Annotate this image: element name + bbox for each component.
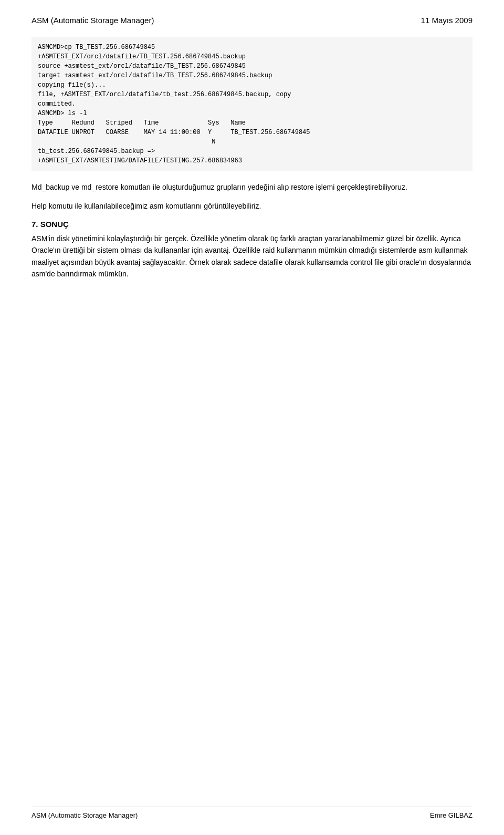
section-para1: ASM'in disk yönetimini kolaylaştırdığı b… bbox=[32, 233, 472, 280]
header-date: 11 Mayıs 2009 bbox=[421, 16, 472, 25]
section-heading: 7. SONUÇ bbox=[32, 220, 472, 229]
page-header: ASM (Automatic Storage Manager) 11 Mayıs… bbox=[32, 16, 472, 25]
page: ASM (Automatic Storage Manager) 11 Mayıs… bbox=[0, 0, 504, 835]
footer-right-text: Emre GILBAZ bbox=[430, 811, 472, 819]
section-7: 7. SONUÇ ASM'in disk yönetimini kolaylaş… bbox=[32, 220, 472, 280]
paragraph-help: Help komutu ile kullanılabileceğimiz asm… bbox=[32, 200, 472, 212]
page-footer: ASM (Automatic Storage Manager) Emre GIL… bbox=[32, 807, 472, 819]
header-title: ASM (Automatic Storage Manager) bbox=[32, 16, 154, 25]
footer-left-text: ASM (Automatic Storage Manager) bbox=[32, 811, 138, 819]
paragraph-md-backup: Md_backup ve md_restore komutları ile ol… bbox=[32, 181, 472, 193]
code-block: ASMCMD>cp TB_TEST.256.686749845 +ASMTEST… bbox=[32, 37, 472, 171]
